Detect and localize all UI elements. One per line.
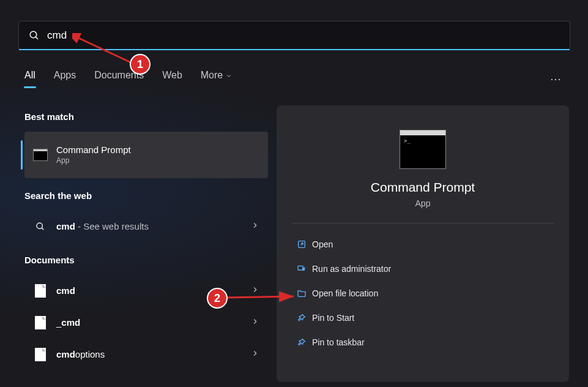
chevron-right-icon [251, 221, 259, 232]
tab-apps[interactable]: Apps [54, 70, 76, 87]
action-label: Pin to taskbar [312, 337, 365, 347]
action-pin-start[interactable]: Pin to Start [291, 306, 554, 330]
preview-subtitle: App [291, 198, 554, 208]
search-bar[interactable] [18, 21, 570, 50]
svg-line-1 [35, 37, 38, 39]
svg-line-3 [42, 228, 43, 230]
action-label: Open file location [312, 288, 378, 298]
action-pin-taskbar[interactable]: Pin to taskbar [291, 330, 554, 355]
search-icon [33, 222, 48, 231]
search-icon [29, 30, 40, 41]
result-web-hint: - See web results [75, 221, 149, 231]
heading-best-match: Best match [24, 111, 268, 122]
result-document[interactable]: cmdoptions [24, 339, 268, 370]
search-input[interactable] [47, 29, 560, 42]
result-best-match[interactable]: Command Prompt App [24, 132, 268, 178]
tab-web[interactable]: Web [162, 70, 182, 87]
result-subtitle: App [56, 156, 259, 165]
result-web-search[interactable]: cmd - See web results [24, 211, 268, 242]
heading-search-web: Search the web [24, 190, 268, 201]
divider [291, 223, 554, 224]
more-options-button[interactable]: ⋯ [550, 72, 562, 86]
tab-all[interactable]: All [24, 70, 35, 87]
action-open-location[interactable]: Open file location [291, 281, 554, 306]
svg-point-0 [30, 31, 37, 38]
svg-point-2 [37, 223, 42, 228]
result-title: Command Prompt [56, 145, 259, 156]
folder-icon [291, 288, 312, 298]
action-label: Pin to Start [312, 313, 354, 323]
pin-icon [291, 313, 312, 323]
document-icon [33, 316, 48, 329]
result-document[interactable]: cmd [24, 275, 268, 307]
open-icon [291, 239, 312, 249]
action-label: Run as administrator [312, 264, 391, 274]
document-icon [33, 348, 48, 361]
document-icon [33, 284, 48, 298]
preview-title: Command Prompt [291, 180, 554, 195]
svg-rect-5 [298, 266, 303, 270]
action-open[interactable]: Open [291, 232, 554, 257]
result-document[interactable]: _cmd [24, 307, 268, 339]
results-left-column: Best match Command Prompt App Search the… [24, 111, 268, 370]
chevron-right-icon [251, 349, 259, 360]
result-web-query: cmd [56, 221, 75, 231]
chevron-right-icon [251, 285, 259, 296]
command-prompt-icon [400, 130, 446, 169]
pin-icon [291, 337, 312, 347]
filter-tabs: All Apps Documents Web More [24, 70, 233, 87]
shield-icon [291, 264, 312, 274]
action-run-admin[interactable]: Run as administrator [291, 257, 554, 281]
tab-documents[interactable]: Documents [94, 70, 144, 87]
chevron-right-icon [251, 317, 259, 328]
command-prompt-icon [33, 149, 48, 161]
tab-more[interactable]: More [201, 70, 233, 87]
action-label: Open [312, 239, 333, 249]
heading-documents: Documents [24, 255, 268, 265]
preview-pane: Command Prompt App Open Run as administr… [277, 105, 569, 382]
